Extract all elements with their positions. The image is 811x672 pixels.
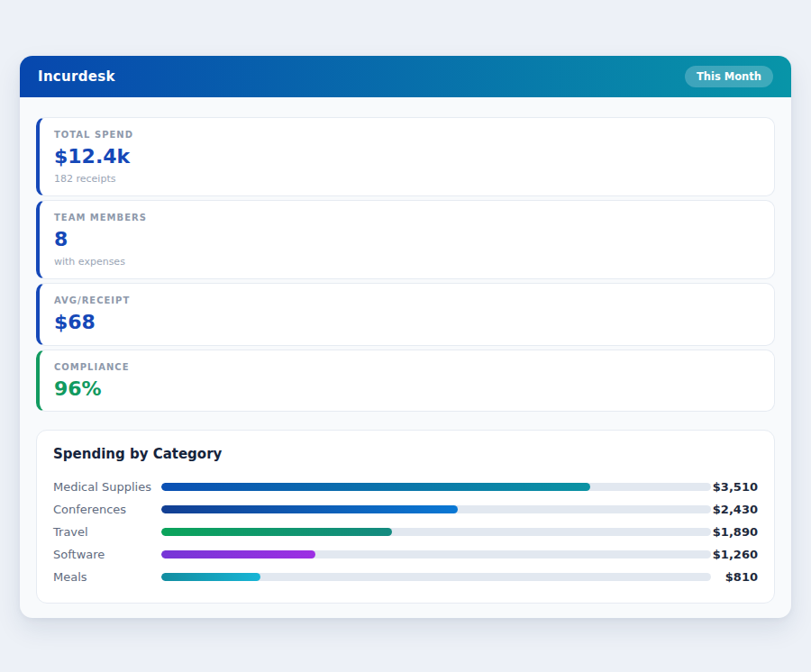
stat-value: 96% (54, 378, 760, 400)
category-amount: $1,260 (711, 548, 758, 561)
category-bar-track (161, 573, 711, 581)
category-bar-track (161, 528, 711, 536)
category-row: Conferences $2,430 (53, 498, 758, 521)
category-label: Medical Supplies (53, 480, 161, 494)
category-amount: $3,510 (711, 480, 758, 494)
spending-by-category-title: Spending by Category (53, 446, 758, 462)
stat-subtext: with expenses (54, 256, 760, 268)
category-row: Medical Supplies $3,510 (53, 476, 758, 498)
category-amount: $1,890 (711, 525, 758, 539)
category-bar-fill (161, 528, 392, 536)
stat-value: 8 (54, 229, 760, 250)
category-row: Software $1,260 (53, 543, 758, 566)
stat-value: $68 (54, 312, 760, 333)
spending-by-category-card: Spending by Category Medical Supplies $3… (36, 430, 775, 604)
stat-card-total-spend: TOTAL SPEND $12.4k 182 receipts (36, 117, 775, 196)
stat-label: COMPLIANCE (54, 362, 760, 372)
category-label: Software (53, 548, 161, 561)
stat-subtext: 182 receipts (54, 173, 760, 185)
category-row: Meals $810 (53, 566, 758, 588)
category-amount: $810 (711, 570, 758, 584)
stat-card-team-members: TEAM MEMBERS 8 with expenses (36, 200, 775, 279)
category-bar-track (161, 550, 711, 558)
app-title: Incurdesk (38, 68, 115, 85)
category-bar-track (161, 483, 711, 491)
category-amount: $2,430 (711, 503, 758, 516)
app-header: Incurdesk This Month (20, 56, 791, 97)
category-label: Conferences (53, 503, 161, 516)
this-month-badge[interactable]: This Month (685, 66, 773, 87)
stat-card-avg-receipt: AVG/RECEIPT $68 (36, 283, 775, 345)
incurdesk-panel: Incurdesk This Month TOTAL SPEND $12.4k … (20, 56, 791, 618)
stat-card-compliance: COMPLIANCE 96% (36, 350, 775, 412)
stat-label: TEAM MEMBERS (54, 213, 760, 222)
category-label: Meals (53, 570, 161, 584)
category-bar-fill (161, 483, 590, 491)
stat-label: TOTAL SPEND (54, 130, 760, 140)
category-bar-fill (161, 505, 458, 513)
category-label: Travel (53, 525, 161, 539)
category-bar-track (161, 505, 711, 513)
category-bar-fill (161, 550, 315, 558)
category-bar-fill (161, 573, 260, 581)
category-row: Travel $1,890 (53, 521, 758, 543)
panel-content: TOTAL SPEND $12.4k 182 receipts TEAM MEM… (20, 97, 791, 604)
stat-label: AVG/RECEIPT (54, 295, 760, 305)
stat-value: $12.4k (54, 146, 760, 168)
